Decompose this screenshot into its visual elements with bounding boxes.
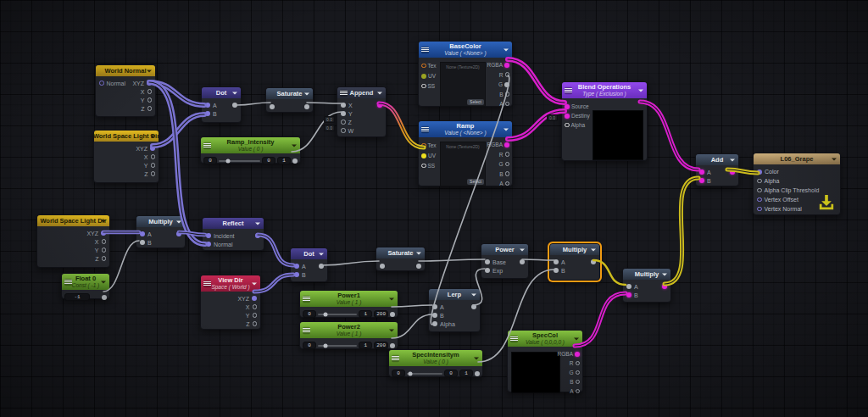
port-y-output[interactable] — [151, 163, 156, 168]
port-z-output[interactable] — [102, 256, 107, 261]
port-out-output[interactable] — [730, 170, 735, 175]
port-out-output[interactable] — [304, 104, 309, 109]
node-power[interactable]: PowerBaseExp — [481, 243, 529, 279]
menu-icon[interactable] — [303, 295, 310, 303]
port-g-output[interactable] — [504, 82, 509, 87]
port-a-output[interactable] — [505, 102, 510, 107]
port-w-input[interactable] — [341, 128, 346, 133]
value-field-current[interactable]: 1 — [359, 342, 372, 349]
node-header[interactable]: Dot — [202, 87, 241, 98]
port-out-output[interactable] — [591, 259, 596, 264]
node-header[interactable]: Ramp_IntensityValue ( 0 ) — [201, 137, 300, 153]
node-header[interactable]: World Normal — [96, 65, 155, 76]
slider-thumb[interactable] — [324, 343, 328, 348]
node-saturate-1[interactable]: Saturate — [265, 87, 314, 113]
node-header[interactable]: Power — [481, 244, 528, 255]
chevron-down-icon[interactable] — [416, 252, 421, 254]
port-z-output[interactable] — [147, 106, 153, 111]
chevron-down-icon[interactable] — [389, 297, 394, 300]
node-world-space-light-dir-2[interactable]: World Space Light DirXYZXYZ — [36, 214, 110, 268]
chevron-down-icon[interactable] — [662, 273, 667, 275]
port-out-output[interactable] — [471, 304, 476, 309]
node-reflect[interactable]: ReflectIncidentNormal — [202, 217, 264, 251]
port-b-output[interactable] — [576, 380, 581, 385]
port-out-output[interactable] — [255, 233, 260, 238]
node-header[interactable]: Multiply — [623, 269, 670, 280]
port-x-output[interactable] — [151, 154, 156, 159]
node-header[interactable]: RampValue ( <None> ) — [419, 121, 512, 137]
port-uv-input[interactable] — [421, 153, 426, 158]
node-header[interactable]: Multiply — [136, 216, 185, 227]
node-ramp-intensity[interactable]: Ramp_IntensityValue ( 0 )001 — [200, 136, 301, 164]
chevron-down-icon[interactable] — [292, 144, 297, 147]
port-incident-input[interactable] — [206, 233, 211, 238]
port-a-output[interactable] — [505, 181, 510, 186]
node-dot-1[interactable]: DotAB — [201, 86, 242, 123]
slider-thumb[interactable] — [225, 158, 230, 163]
port-out-output[interactable] — [520, 259, 525, 264]
node-speccol[interactable]: SpecColValue ( 0,0,0,0 )RGBARGBA — [507, 330, 583, 392]
port-tex-input[interactable] — [421, 64, 426, 69]
node-specintensitym[interactable]: SpecIntensitymValue ( 0 )001 — [388, 349, 483, 377]
port-y-output[interactable] — [253, 313, 258, 318]
chevron-down-icon[interactable] — [520, 248, 525, 251]
port-normal-input[interactable] — [206, 242, 211, 247]
chevron-down-icon[interactable] — [471, 293, 476, 296]
node-header[interactable]: BaseColorValue ( <None> ) — [419, 42, 512, 58]
port-g-output[interactable] — [505, 162, 510, 167]
node-power1[interactable]: Power1Value ( 1 )01200 — [299, 290, 398, 318]
node-header[interactable]: World Space Light Dir — [37, 215, 109, 226]
node-l06-grape[interactable]: L06_GrapeColorAlphaAlpha Clip ThresholdV… — [753, 153, 841, 215]
node-basecolor[interactable]: BaseColorValue ( <None> )TexUVSSNone (Te… — [418, 41, 513, 107]
chevron-down-icon[interactable] — [232, 92, 237, 94]
port-g-output[interactable] — [576, 370, 581, 375]
node-header[interactable]: Float 0Const ( -1 ) — [62, 274, 109, 290]
node-header[interactable]: Append — [337, 87, 386, 98]
port-rgba-output[interactable] — [504, 142, 509, 147]
select-texture-button[interactable]: Select — [467, 99, 484, 105]
slider-thumb[interactable] — [324, 312, 328, 316]
node-graph-canvas[interactable]: World NormalNormalXYZXYZWorld Space Ligh… — [0, 0, 868, 417]
slider-track[interactable] — [318, 314, 357, 315]
value-field-current[interactable]: 1 — [359, 310, 372, 318]
port-uv-input[interactable] — [421, 74, 426, 79]
node-header[interactable]: Saturate — [266, 88, 313, 99]
port-r-output[interactable] — [505, 72, 510, 77]
port-a-input[interactable] — [294, 264, 299, 269]
node-power2[interactable]: Power2Value ( 1 )01200 — [299, 321, 398, 349]
port-out-output[interactable] — [377, 103, 382, 108]
port-exp-input[interactable] — [485, 268, 490, 273]
chevron-down-icon[interactable] — [101, 220, 106, 222]
menu-icon[interactable] — [64, 278, 72, 286]
port-a-input[interactable] — [432, 304, 437, 309]
value-field[interactable]: -1 — [64, 293, 90, 301]
port-y-output[interactable] — [147, 97, 153, 103]
value-field-max[interactable]: 1 — [277, 157, 291, 164]
port-b-input[interactable] — [294, 272, 299, 277]
port-a-input[interactable] — [626, 284, 632, 289]
download-icon[interactable] — [817, 194, 836, 211]
node-header[interactable]: Dot — [291, 248, 327, 259]
port-alpha-input[interactable] — [565, 123, 570, 128]
slider-track[interactable] — [219, 160, 260, 162]
blend-preview[interactable] — [593, 110, 643, 160]
node-append[interactable]: AppendXYZW — [337, 86, 387, 137]
port-base-input[interactable] — [485, 259, 490, 264]
port-y-input[interactable] — [341, 111, 346, 116]
chevron-down-icon[interactable] — [730, 158, 735, 161]
node-header[interactable]: Power1Value ( 1 ) — [300, 291, 398, 307]
port-b-input[interactable] — [626, 292, 632, 297]
value-field-max[interactable]: 200 — [374, 342, 388, 349]
port-b-output[interactable] — [505, 92, 510, 97]
port-normal-input[interactable] — [99, 81, 104, 86]
node-multiply-1[interactable]: MultiplyAB — [549, 243, 600, 281]
slider-track[interactable] — [407, 373, 442, 375]
port-z-output[interactable] — [253, 321, 258, 326]
chevron-down-icon[interactable] — [574, 337, 579, 340]
chevron-down-icon[interactable] — [591, 248, 596, 251]
port-rgba-output[interactable] — [575, 352, 580, 357]
port-value-output[interactable] — [390, 343, 395, 348]
node-header[interactable]: Power2Value ( 1 ) — [300, 322, 398, 338]
port-b-input[interactable] — [140, 240, 145, 245]
port-z-output[interactable] — [151, 171, 156, 176]
